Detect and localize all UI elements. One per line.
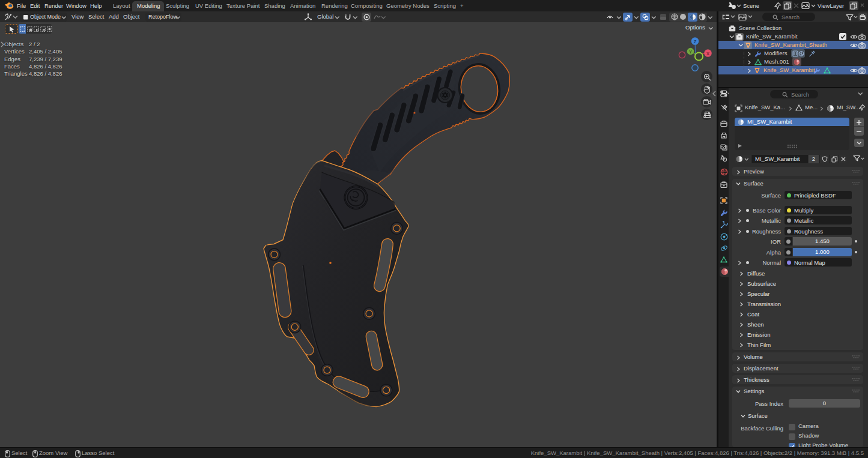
svg-text:Y: Y [689, 49, 692, 55]
svg-text:X: X [706, 51, 709, 56]
svg-text:Z: Z [694, 39, 697, 44]
